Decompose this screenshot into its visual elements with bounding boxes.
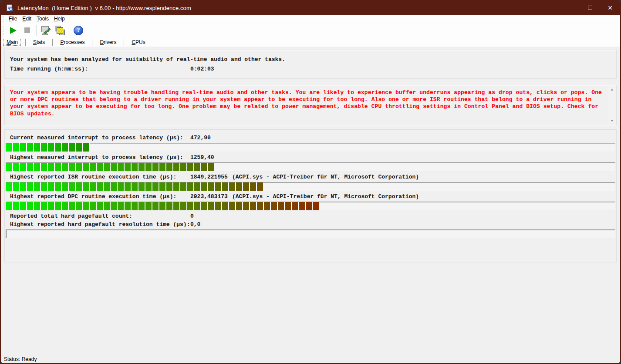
stat-row-dpc-time: Highest reported DPC routine execution t… bbox=[10, 193, 615, 200]
scroll-up-icon[interactable]: ▲ bbox=[608, 86, 616, 93]
help-button[interactable]: ? bbox=[72, 24, 85, 37]
stat-label: Highest reported hard pagefault resoluti… bbox=[10, 221, 190, 228]
tab-stats[interactable]: Stats bbox=[30, 39, 48, 46]
latency-stats-panel: Current measured interrupt to process la… bbox=[4, 129, 617, 263]
time-running-label: Time running (h:mm:ss): bbox=[10, 64, 190, 74]
warning-text: Your system appears to be having trouble… bbox=[10, 89, 603, 118]
latency-bar bbox=[6, 182, 263, 191]
stat-label: Highest reported ISR routine execution t… bbox=[10, 174, 190, 180]
stat-extra: (ACPI.sys - ACPI-Treiber für NT, Microso… bbox=[232, 174, 419, 180]
tab-processes[interactable]: Processes bbox=[57, 39, 88, 46]
menubar-gripper[interactable] bbox=[3, 16, 3, 22]
stat-value: 472,90 bbox=[190, 135, 232, 141]
toolbar: ? bbox=[1, 23, 620, 37]
main-content: Your system has been analyzed for suitab… bbox=[1, 47, 620, 355]
warning-scrollbar[interactable]: ▲ ▼ bbox=[608, 86, 616, 125]
analysis-line: Your system has been analyzed for suitab… bbox=[10, 55, 611, 64]
processes-windows-icon bbox=[54, 25, 65, 36]
latency-bar-track bbox=[6, 202, 615, 211]
menu-file[interactable]: File bbox=[6, 15, 20, 23]
latency-bar-track bbox=[6, 143, 615, 152]
tab-separator bbox=[124, 39, 124, 46]
latency-bar bbox=[6, 163, 214, 171]
scroll-down-icon[interactable]: ▼ bbox=[608, 117, 616, 125]
stat-label: Highest measured interrupt to process la… bbox=[10, 154, 190, 161]
time-running-value: 0:02:03 bbox=[190, 64, 214, 74]
menu-edit[interactable]: Edit bbox=[20, 15, 34, 23]
tab-separator bbox=[153, 39, 153, 46]
menu-help[interactable]: Help bbox=[51, 15, 68, 23]
tab-cpus[interactable]: CPUs bbox=[128, 39, 148, 46]
stat-row-isr-time: Highest reported ISR routine execution t… bbox=[10, 174, 615, 180]
stat-value: 0,0 bbox=[190, 221, 232, 228]
menu-tools[interactable]: Tools bbox=[34, 15, 51, 23]
latency-bar bbox=[6, 202, 319, 210]
stat-label: Reported total hard pagefault count: bbox=[10, 213, 190, 219]
close-button[interactable]: ✕ bbox=[600, 1, 620, 15]
analyze-monitor-icon bbox=[40, 25, 51, 36]
stat-value: 1849,221955 bbox=[190, 174, 232, 180]
toolbar-separator bbox=[36, 25, 37, 36]
latencymon-window: LatencyMon (Home Edition ) v 6.00 - http… bbox=[0, 0, 621, 364]
latency-bar-track bbox=[6, 162, 615, 172]
titlebar: LatencyMon (Home Edition ) v 6.00 - http… bbox=[1, 1, 620, 15]
tab-drivers[interactable]: Drivers bbox=[97, 39, 119, 46]
stat-label: Current measured interrupt to process la… bbox=[10, 135, 190, 141]
warning-panel: Your system appears to be having trouble… bbox=[4, 85, 617, 125]
play-icon bbox=[10, 27, 17, 34]
app-icon bbox=[6, 4, 14, 12]
zero-tick bbox=[7, 230, 7, 238]
menubar: File Edit Tools Help bbox=[1, 15, 620, 23]
stop-monitor-button[interactable] bbox=[20, 24, 34, 37]
toolbar-separator bbox=[69, 25, 69, 36]
stat-row-pagefault-time: Highest reported hard pagefault resoluti… bbox=[10, 221, 615, 228]
maximize-icon bbox=[588, 6, 592, 10]
stat-label: Highest reported DPC routine execution t… bbox=[10, 193, 190, 200]
statusbar: Status: Ready bbox=[1, 355, 620, 363]
analysis-report-panel: Your system has been analyzed for suitab… bbox=[4, 50, 617, 79]
stop-icon bbox=[24, 27, 30, 33]
tab-separator bbox=[92, 39, 92, 46]
toolbar-gripper[interactable] bbox=[3, 26, 3, 35]
latency-bar bbox=[6, 143, 90, 152]
tab-main[interactable]: Main bbox=[3, 39, 21, 46]
tab-bar: Main Stats Processes Drivers CPUs bbox=[1, 37, 620, 47]
stat-value: 1259,40 bbox=[190, 154, 232, 161]
tab-separator bbox=[52, 39, 53, 46]
close-icon: ✕ bbox=[608, 5, 613, 11]
tab-separator bbox=[25, 39, 26, 46]
stat-extra: (ACPI.sys - ACPI-Treiber für NT, Microso… bbox=[232, 193, 419, 200]
pagefault-bar-track bbox=[6, 229, 615, 239]
start-monitor-button[interactable] bbox=[7, 24, 20, 37]
window-title: LatencyMon (Home Edition ) v 6.00 - http… bbox=[17, 5, 191, 11]
stat-value: 2923,483173 bbox=[190, 193, 232, 200]
maximize-button[interactable] bbox=[580, 1, 600, 15]
minimize-button[interactable] bbox=[560, 1, 580, 15]
stat-row-current-latency: Current measured interrupt to process la… bbox=[10, 135, 615, 141]
status-text: Status: Ready bbox=[4, 356, 37, 362]
help-icon: ? bbox=[74, 26, 83, 35]
minimize-icon bbox=[568, 8, 573, 8]
latency-bar-track bbox=[6, 182, 615, 191]
processes-button[interactable] bbox=[53, 24, 66, 37]
analyze-button[interactable] bbox=[39, 24, 52, 37]
stat-row-highest-latency: Highest measured interrupt to process la… bbox=[10, 154, 615, 161]
stat-row-pagefault-count: Reported total hard pagefault count: 0 bbox=[10, 213, 615, 219]
stat-value: 0 bbox=[190, 213, 232, 219]
